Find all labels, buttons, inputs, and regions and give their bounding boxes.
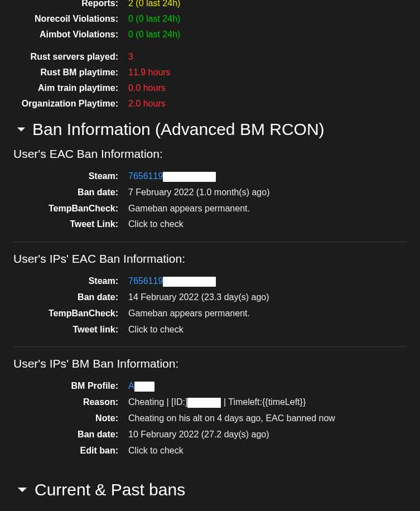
redacted: [134, 382, 155, 392]
ips-eac-tempban-row: TempBanCheck: Gameban appears permanent.: [13, 307, 407, 321]
playtime-stats: Rust servers played: 3 Rust BM playtime:…: [13, 50, 407, 110]
stat-label: Aim train playtime:: [13, 81, 128, 95]
steam-id-link[interactable]: 7656119: [128, 276, 163, 286]
violations-stats: Reports: 2 (0 last 24h) Norecoil Violati…: [13, 0, 407, 41]
chevron-down-icon: [13, 122, 29, 137]
redacted: [163, 277, 216, 287]
info-label: Steam:: [13, 274, 128, 288]
info-label: Ban date:: [13, 186, 128, 200]
bm-profile-link[interactable]: A: [128, 381, 134, 391]
stat-org-playtime: Organization Playtime: 2.0 hours: [13, 97, 407, 110]
past-bans-header[interactable]: Current & Past bans: [13, 480, 407, 500]
stat-value: 3: [128, 50, 133, 64]
info-label: Reason:: [13, 396, 128, 409]
stat-value: 0 (0 last 24h): [128, 28, 180, 41]
info-label: Tweet link:: [13, 323, 128, 337]
ips-eac-tweet-row: Tweet link: Click to check: [13, 323, 407, 337]
stat-label: Organization Playtime:: [13, 97, 128, 110]
info-label: Ban date:: [13, 291, 128, 305]
eac-date-row: Ban date: 7 February 2022 (1.0 month(s) …: [13, 186, 407, 200]
info-label: BM Profile:: [13, 379, 128, 393]
info-label: Steam:: [13, 170, 128, 184]
past-bans-title: Current & Past bans: [35, 480, 185, 500]
bm-profile-row: BM Profile: A: [13, 379, 407, 393]
stat-rust-servers: Rust servers played: 3: [13, 50, 407, 64]
stat-aimbot: Aimbot Violations: 0 (0 last 24h): [13, 28, 407, 41]
stat-label: Reports:: [13, 0, 128, 10]
ips-eac-date-row: Ban date: 14 February 2022 (23.3 day(s) …: [13, 291, 407, 305]
ips-eac-tempban-value: Gameban appears permanent.: [128, 307, 250, 321]
eac-steam-row: Steam: 7656119: [13, 170, 407, 184]
redacted: [187, 398, 221, 408]
stat-value: 2 (0 last 24h): [128, 0, 180, 10]
stat-label: Rust servers played:: [13, 50, 128, 64]
ips-eac-steam-row: Steam: 7656119: [13, 274, 407, 288]
bm-edit-link[interactable]: Click to check: [128, 444, 184, 458]
info-label: TempBanCheck:: [13, 202, 128, 216]
redacted: [163, 172, 216, 182]
info-label: Edit ban:: [13, 444, 128, 458]
ips-bm-info: BM Profile: A Reason: Cheating | [ID:] |…: [13, 379, 407, 457]
eac-tweet-link[interactable]: Click to check: [128, 218, 184, 232]
stat-value: 0 (0 last 24h): [128, 12, 180, 26]
chevron-down-icon: [13, 481, 31, 499]
info-label: TempBanCheck:: [13, 307, 128, 321]
ips-bm-heading: User's IPs' BM Ban Information:: [13, 357, 407, 370]
stat-value: 0.0 hours: [128, 81, 166, 95]
stat-aim-train-playtime: Aim train playtime: 0.0 hours: [13, 81, 407, 95]
eac-tempban-row: TempBanCheck: Gameban appears permanent.: [13, 202, 407, 216]
stat-value: 2.0 hours: [128, 97, 166, 110]
bm-date-row: Ban date: 10 February 2022 (27.2 day(s) …: [13, 428, 407, 442]
bm-edit-row: Edit ban: Click to check: [13, 444, 407, 458]
bm-profile-value[interactable]: A: [128, 379, 155, 393]
bm-reason-row: Reason: Cheating | [ID:] | Timeleft:{{ti…: [13, 396, 407, 409]
info-label: Note:: [13, 412, 128, 426]
divider: [13, 242, 407, 242]
ips-eac-tweet-link[interactable]: Click to check: [128, 323, 184, 337]
stat-reports: Reports: 2 (0 last 24h): [13, 0, 407, 10]
reason-prefix: Cheating | [ID:]: [128, 397, 187, 407]
stat-label: Norecoil Violations:: [13, 12, 128, 26]
divider: [13, 346, 407, 347]
eac-heading: User's EAC Ban Information:: [13, 147, 407, 161]
ban-info-header[interactable]: Ban Information (Advanced BM RCON): [13, 119, 407, 139]
eac-info: Steam: 7656119 Ban date: 7 February 2022…: [13, 170, 407, 232]
ips-eac-heading: User's IPs' EAC Ban Information:: [13, 252, 407, 266]
stat-label: Aimbot Violations:: [13, 28, 128, 41]
steam-id-link[interactable]: 7656119: [128, 171, 163, 181]
bm-reason-value: Cheating | [ID:] | Timeleft:{{timeLeft}}: [128, 396, 306, 409]
stat-rust-bm-playtime: Rust BM playtime: 11.9 hours: [13, 66, 407, 79]
ips-eac-date-value: 14 February 2022 (23.3 day(s) ago): [128, 291, 269, 305]
eac-date-value: 7 February 2022 (1.0 month(s) ago): [128, 186, 269, 200]
bm-date-value: 10 February 2022 (27.2 day(s) ago): [128, 428, 269, 442]
info-label: Tweet Link:: [13, 218, 128, 232]
bm-note-row: Note: Cheating on his alt on 4 days ago,…: [13, 412, 407, 426]
ips-eac-steam-value[interactable]: 7656119: [128, 274, 216, 288]
ips-eac-info: Steam: 7656119 Ban date: 14 February 202…: [13, 274, 407, 336]
reason-suffix: | Timeleft:{{timeLeft}}: [224, 397, 306, 407]
ban-info-title: Ban Information (Advanced BM RCON): [32, 119, 325, 139]
stat-label: Rust BM playtime:: [13, 66, 128, 79]
eac-steam-value[interactable]: 7656119: [128, 170, 216, 184]
bm-note-value: Cheating on his alt on 4 days ago, EAC b…: [128, 412, 335, 426]
eac-tweet-row: Tweet Link: Click to check: [13, 218, 407, 232]
stat-value: 11.9 hours: [128, 66, 171, 79]
info-label: Ban date:: [13, 428, 128, 442]
stat-norecoil: Norecoil Violations: 0 (0 last 24h): [13, 12, 407, 26]
eac-tempban-value: Gameban appears permanent.: [128, 202, 250, 216]
